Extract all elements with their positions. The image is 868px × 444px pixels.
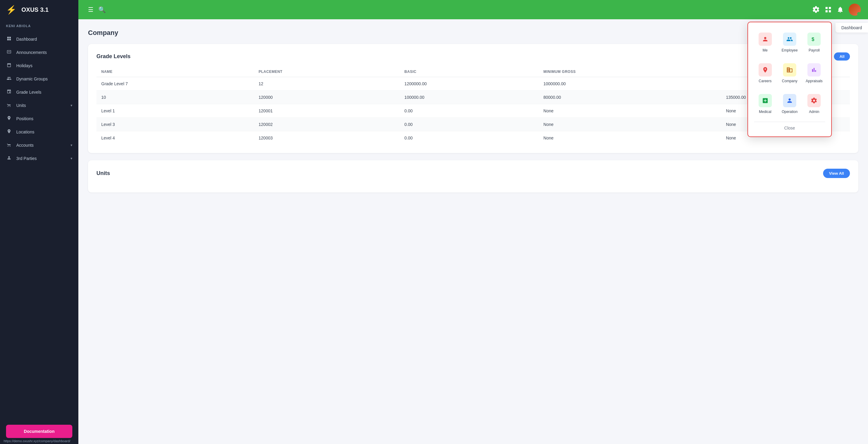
accounts-icon [6, 142, 12, 148]
section-header: Grade Levels All [96, 53, 850, 61]
cell-basic: 0.00 [400, 118, 538, 131]
employee-label: Employee [781, 48, 798, 53]
cell-placement: 12 [254, 77, 400, 91]
avatar[interactable] [849, 4, 861, 15]
status-bar: https://demo.oxushr.xyz/company/dashboar… [0, 438, 74, 444]
medical-icon [758, 94, 772, 107]
company-icon [783, 63, 796, 76]
cell-min-gross: None [538, 104, 721, 118]
me-label: Me [763, 48, 768, 53]
topbar-left: ⚡ OXUS 3.1 [0, 0, 79, 19]
app-menu-item-operation[interactable]: Operation [778, 90, 801, 118]
sidebar-item-accounts[interactable]: Accounts ▾ [0, 138, 79, 152]
dashboard-icon [6, 36, 12, 42]
search-button[interactable]: 🔍 [96, 4, 108, 15]
grid-button[interactable] [825, 6, 832, 13]
dynamic-groups-icon [6, 76, 12, 82]
employee-icon [783, 33, 796, 46]
app-menu-close-button[interactable]: Close [754, 122, 825, 130]
cell-name: Level 1 [96, 104, 254, 118]
app-menu-item-employee[interactable]: Employee [778, 28, 801, 57]
sidebar-item-label: Accounts [16, 143, 34, 148]
cell-name: Level 3 [96, 118, 254, 131]
table-row: Level 3 120002 0.00 None None [96, 118, 850, 131]
documentation-button[interactable]: Documentation [6, 425, 72, 438]
cell-name: 10 [96, 91, 254, 104]
grade-levels-table: NAME PLACEMENT BASIC MINIMUM GROSS Grade… [96, 67, 850, 145]
sidebar-username: KENI ABIOLA [0, 19, 79, 33]
units-section-header: Units View All [96, 169, 850, 178]
cell-min-gross: 1000000.00 [538, 77, 721, 91]
gear-icon [812, 6, 820, 13]
col-placement: PLACEMENT [254, 67, 400, 77]
cell-min-gross: None [538, 131, 721, 145]
grid-icon [825, 6, 832, 13]
sidebar-item-label: Locations [16, 129, 34, 134]
menu-icon: ☰ [88, 6, 93, 13]
app-menu-item-careers[interactable]: Careers [754, 59, 776, 87]
cell-placement: 120000 [254, 91, 400, 104]
positions-icon [6, 116, 12, 122]
app-menu-item-admin[interactable]: Admin [803, 90, 825, 118]
chevron-down-icon: ▾ [70, 103, 72, 107]
sidebar-item-announcements[interactable]: Announcements [0, 46, 79, 59]
col-name: NAME [96, 67, 254, 77]
grade-levels-section: Grade Levels All NAME PLACEMENT BASIC MI… [88, 44, 858, 153]
settings-button[interactable] [812, 6, 820, 13]
col-min-gross: MINIMUM GROSS [538, 67, 721, 77]
svg-text:$: $ [812, 36, 814, 42]
section-title: Grade Levels [96, 53, 130, 60]
sidebar-item-positions[interactable]: Positions [0, 112, 79, 125]
cell-placement: 120003 [254, 131, 400, 145]
sidebar-item-dashboard[interactable]: Dashboard [0, 33, 79, 46]
col-basic: BASIC [400, 67, 538, 77]
table-row: Level 4 120003 0.00 None None [96, 131, 850, 145]
app-menu-item-payroll[interactable]: $ Payroll [803, 28, 825, 57]
bell-button[interactable] [837, 6, 844, 13]
chevron-down-icon: ▾ [70, 143, 72, 147]
admin-label: Admin [809, 109, 819, 114]
app-menu-grid: Me Employee $ Payroll Careers Company Ap… [754, 28, 825, 118]
cell-placement: 120001 [254, 104, 400, 118]
app-menu-item-company[interactable]: Company [778, 59, 801, 87]
sidebar-item-label: Dynamic Groups [16, 76, 48, 81]
menu-toggle-button[interactable]: ☰ [86, 4, 96, 15]
sidebar-item-label: Grade Levels [16, 90, 41, 95]
sidebar-item-dynamic-groups[interactable]: Dynamic Groups [0, 72, 79, 86]
sidebar-item-locations[interactable]: Locations [0, 125, 79, 138]
sidebar-item-label: 3rd Parties [16, 156, 37, 161]
3rd-parties-icon [6, 155, 12, 161]
operation-label: Operation [782, 109, 798, 114]
app-menu-item-me[interactable]: Me [754, 28, 776, 57]
sidebar-item-holidays[interactable]: Holidays [0, 59, 79, 72]
locations-icon [6, 129, 12, 135]
view-all-button[interactable]: View All [823, 169, 850, 178]
search-icon: 🔍 [98, 6, 106, 13]
sidebar-item-label: Units [16, 103, 26, 108]
cell-basic: 100000.00 [400, 91, 538, 104]
admin-icon [807, 94, 821, 107]
cell-name: Level 4 [96, 131, 254, 145]
cell-basic: 1200000.00 [400, 77, 538, 91]
logo-icon: ⚡ [6, 5, 17, 15]
topbar-right [812, 4, 861, 15]
medical-label: Medical [759, 109, 771, 114]
sidebar-item-grade-levels[interactable]: Grade Levels [0, 86, 79, 99]
app-menu-popup: Me Employee $ Payroll Careers Company Ap… [747, 22, 832, 137]
cell-basic: 0.00 [400, 131, 538, 145]
page-title: Company [88, 29, 858, 37]
sidebar-item-units[interactable]: Units ▾ [0, 99, 79, 112]
table-row: Grade Level 7 12 1200000.00 1000000.00 [96, 77, 850, 91]
avatar-badge [857, 12, 861, 15]
sidebar-item-label: Announcements [16, 50, 47, 55]
app-menu-item-medical[interactable]: Medical [754, 90, 776, 118]
topbar: ⚡ OXUS 3.1 ☰ 🔍 [0, 0, 868, 19]
operation-icon [783, 94, 796, 107]
app-menu-item-appraisals[interactable]: Appraisals [803, 59, 825, 87]
careers-icon [758, 63, 772, 76]
cell-min-gross: None [538, 118, 721, 131]
sidebar-item-3rd-parties[interactable]: 3rd Parties ▾ [0, 152, 79, 165]
appraisals-icon [807, 63, 821, 76]
units-icon [6, 102, 12, 108]
all-pill-button[interactable]: All [834, 53, 850, 61]
